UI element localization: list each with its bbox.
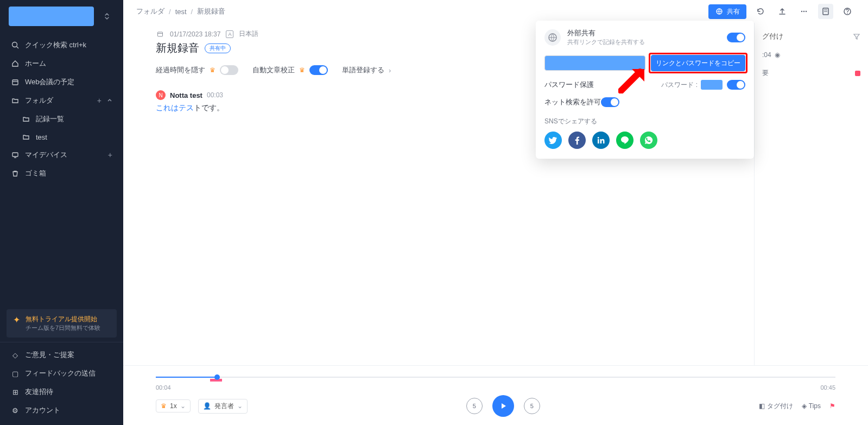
- datetime-text: 01/17/2023 18:37: [170, 30, 220, 38]
- workspace-switch-icon[interactable]: [99, 7, 115, 26]
- opt-auto-proof-label: 自動文章校正: [252, 65, 295, 75]
- sidebar-item-invite[interactable]: ⊞ 友達招待: [4, 383, 119, 401]
- svg-rect-2: [12, 80, 18, 85]
- trial-sub: チーム版を7日間無料で体験: [26, 324, 100, 332]
- tag-label: タグ付け: [767, 402, 793, 411]
- lang-icon: A: [226, 30, 233, 38]
- share-popover: 外部共有 共有リンクで記録を共有する リンクとパスワードをコピー パスワード保護…: [536, 21, 754, 159]
- seek-handle[interactable]: [214, 374, 220, 380]
- svg-line-1: [17, 47, 19, 49]
- share-button[interactable]: 共有: [708, 4, 746, 19]
- seek-track[interactable]: [156, 371, 835, 383]
- tag-row[interactable]: :04 ◉: [762, 51, 860, 59]
- sidebar: クイック検索 ctrl+k ホーム Web会議の予定 フォルダ + 記録一覧 t…: [0, 0, 123, 425]
- chevron-down-icon: ⌄: [180, 402, 186, 410]
- sidebar-item-folder[interactable]: フォルダ +: [4, 91, 119, 110]
- copy-link-password-button[interactable]: リンクとパスワードをコピー: [651, 55, 745, 71]
- trial-promo[interactable]: ✦ 無料トライアル提供開始 チーム版を7日間無料で体験: [7, 309, 117, 338]
- lang-text[interactable]: 日本語: [239, 29, 258, 39]
- play-button[interactable]: [492, 395, 514, 417]
- lightbulb-icon: ◇: [11, 351, 20, 359]
- svg-rect-18: [598, 139, 599, 143]
- sidebar-item-records[interactable]: 記録一覧: [4, 110, 119, 128]
- toggle-auto-proof[interactable]: [309, 65, 328, 75]
- speed-button[interactable]: ♛ 1x ⌄: [156, 399, 191, 412]
- account-label: アカウント: [25, 405, 112, 415]
- share-line-button[interactable]: [616, 132, 633, 149]
- crumb-test[interactable]: test: [175, 8, 187, 16]
- external-share-title: 外部共有: [567, 28, 645, 38]
- globe-icon: [715, 7, 724, 16]
- tag-row-2[interactable]: 要: [762, 68, 860, 78]
- export-icon[interactable]: [775, 4, 790, 19]
- time-duration: 00:45: [820, 384, 835, 391]
- sidebar-item-trash[interactable]: ゴミ箱: [4, 164, 119, 183]
- crumb-sep: /: [169, 8, 171, 16]
- notes-panel-icon[interactable]: [818, 4, 833, 19]
- opt-word-register-label: 単語登録する: [342, 65, 384, 75]
- crumb-folder[interactable]: フォルダ: [136, 7, 164, 16]
- share-whatsapp-button[interactable]: [640, 132, 657, 149]
- more-icon[interactable]: [796, 4, 812, 19]
- breadcrumb: フォルダ / test / 新規録音: [136, 7, 225, 16]
- password-field-label: パスワード :: [661, 80, 698, 90]
- segment-time[interactable]: 00:03: [207, 91, 223, 99]
- main: フォルダ / test / 新規録音 共有 01/17/2023 18:37 A: [123, 0, 868, 425]
- toggle-allow-search[interactable]: [601, 97, 619, 107]
- quick-search-item[interactable]: クイック検索 ctrl+k: [4, 36, 119, 54]
- collapse-icon[interactable]: [107, 98, 112, 103]
- tips-button[interactable]: ◈Tips: [802, 402, 821, 410]
- topbar: フォルダ / test / 新規録音 共有: [123, 0, 868, 23]
- trial-title: 無料トライアル提供開始: [26, 315, 100, 324]
- password-protect-label: パスワード保護: [544, 80, 594, 90]
- share-linkedin-button[interactable]: [592, 132, 610, 149]
- toggle-external-share[interactable]: [727, 33, 745, 42]
- chevron-down-icon: ⌄: [237, 402, 243, 410]
- allow-search-label: ネット検索を許可: [544, 97, 601, 107]
- speaker-avatar[interactable]: N: [156, 90, 166, 100]
- feedback-label: フィードバックの送信: [25, 368, 112, 378]
- add-folder-icon[interactable]: +: [97, 96, 102, 105]
- flag-icon: ⚑: [829, 402, 835, 410]
- calendar-small-icon: [156, 30, 164, 39]
- add-device-icon[interactable]: +: [108, 151, 112, 159]
- toggle-hide-elapsed[interactable]: [220, 65, 238, 75]
- sidebar-item-mydevice[interactable]: マイデバイス +: [4, 146, 119, 164]
- svg-point-0: [12, 42, 17, 47]
- sparkle-icon: ✦: [13, 315, 20, 332]
- share-link-input[interactable]: [544, 55, 645, 71]
- trash-label: ゴミ箱: [25, 168, 112, 178]
- share-twitter-button[interactable]: [544, 132, 562, 149]
- workspace-badge[interactable]: [9, 7, 94, 26]
- share-facebook-button[interactable]: [568, 132, 586, 149]
- quick-search-label: クイック検索 ctrl+k: [25, 40, 112, 50]
- speaker-filter-label: 発言者: [214, 402, 234, 411]
- crown-icon: ♛: [299, 66, 305, 74]
- rewind-5-button[interactable]: 5: [466, 398, 483, 414]
- sidebar-item-suggestion[interactable]: ◇ ご意見・ご提案: [4, 346, 119, 364]
- tag-button[interactable]: ◧タグ付け: [759, 402, 793, 411]
- speaker-name[interactable]: Notta test: [170, 91, 202, 99]
- sidebar-item-test[interactable]: test: [4, 128, 119, 146]
- sidebar-item-home[interactable]: ホーム: [4, 54, 119, 73]
- sidebar-item-feedback[interactable]: ▢ フィードバックの送信: [4, 364, 119, 383]
- flag-button[interactable]: ⚑: [829, 402, 835, 410]
- sidebar-item-account[interactable]: ⚙ アカウント: [4, 401, 119, 420]
- speed-label: 1x: [170, 402, 177, 410]
- speaker-filter-button[interactable]: 👤 発言者 ⌄: [198, 399, 248, 414]
- person-icon: 👤: [203, 402, 211, 410]
- home-icon: [11, 59, 20, 68]
- page-title[interactable]: 新規録音: [156, 41, 199, 55]
- filter-icon[interactable]: [853, 33, 860, 40]
- sns-share-label: SNSでシェアする: [544, 117, 745, 126]
- opt-word-register[interactable]: 単語登録する ›: [342, 65, 391, 75]
- svg-point-19: [598, 137, 599, 139]
- copy-btn-label: リンクとパスワードをコピー: [656, 59, 740, 67]
- sidebar-item-meetings[interactable]: Web会議の予定: [4, 73, 119, 91]
- toggle-password-protect[interactable]: [727, 80, 745, 90]
- refresh-icon[interactable]: [753, 4, 768, 19]
- share-label: 共有: [727, 7, 740, 16]
- forward-5-button[interactable]: 5: [524, 398, 540, 414]
- password-value[interactable]: [701, 80, 723, 90]
- help-icon[interactable]: [840, 4, 855, 19]
